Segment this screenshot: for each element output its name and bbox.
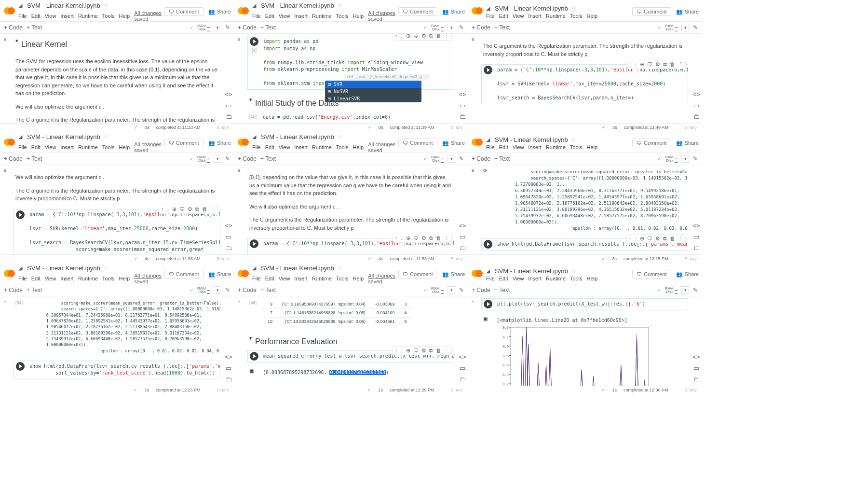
menu-item[interactable]: Insert	[528, 144, 542, 150]
collapse-arrow-icon[interactable]: ▾	[15, 37, 18, 45]
mirror-icon[interactable]: ⧉	[429, 348, 433, 354]
menu-item[interactable]: Runtime	[78, 276, 98, 281]
toc-icon[interactable]: ≡	[238, 299, 241, 305]
add-text-button[interactable]: + Text	[260, 24, 276, 31]
menu-item[interactable]: File	[486, 276, 495, 281]
menu-item[interactable]: Tools	[102, 13, 115, 19]
add-code-button[interactable]: + Code	[4, 287, 23, 293]
settings-icon[interactable]: ⚙	[421, 348, 426, 354]
terminal-icon[interactable]: ▭	[226, 102, 231, 109]
menu-item[interactable]: File	[252, 276, 261, 281]
more-icon[interactable]: ⋮	[444, 34, 449, 39]
menu-item[interactable]: File	[18, 144, 27, 150]
terminal-icon[interactable]: ▭	[693, 233, 699, 240]
runtime-menu[interactable]: ▾	[681, 286, 689, 294]
files-icon[interactable]: 🗀	[226, 244, 232, 251]
runtime-menu[interactable]: ▾	[448, 286, 455, 294]
connect-status[interactable]: ✓	[658, 157, 661, 161]
comment-button[interactable]: 🗨Comment	[398, 7, 437, 16]
menu-item[interactable]: Insert	[294, 144, 308, 150]
edit-mode-icon[interactable]: ✎	[225, 24, 230, 31]
comment-button[interactable]: 🗨Comment	[632, 270, 671, 279]
star-icon[interactable]: ☆	[103, 2, 108, 9]
menu-item[interactable]: File	[18, 276, 27, 281]
menu-item[interactable]: Insert	[528, 276, 542, 281]
ram-disk-indicator[interactable]: RAM ▁Disk ▁	[665, 24, 678, 31]
ram-disk-indicator[interactable]: RAM ▁Disk ▁	[197, 24, 210, 31]
star-icon[interactable]: ☆	[103, 133, 108, 140]
menu-item[interactable]: View	[513, 276, 524, 281]
collapse-arrow-icon[interactable]: ▾	[249, 96, 252, 111]
edit-mode-icon[interactable]: ✎	[459, 24, 464, 31]
code-snippets-icon[interactable]: <>	[225, 353, 232, 361]
more-icon[interactable]: ⋮	[678, 61, 683, 68]
menu-item[interactable]: Help	[353, 144, 364, 150]
comment-button[interactable]: 🗨Comment	[398, 139, 437, 147]
star-icon[interactable]: ☆	[337, 133, 342, 140]
star-icon[interactable]: ☆	[337, 265, 342, 271]
edit-mode-icon[interactable]: ✎	[459, 155, 464, 162]
share-button[interactable]: 👥Share	[676, 271, 699, 278]
comment-button[interactable]: 🗨Comment	[164, 270, 203, 279]
delete-cell-icon[interactable]: 🗑	[202, 206, 207, 212]
code-snippets-icon[interactable]: <>	[225, 222, 232, 229]
cell-toolbar[interactable]: ↑↓⊕🗨⚙⧉🗑⋮	[626, 60, 686, 69]
menu-item[interactable]: Runtime	[546, 144, 566, 150]
code-cell[interactable]: ↑↓⊕🗨⚙⧉🗑⋮ show_html(pd.DataFrame(lsvr_sea…	[481, 238, 688, 251]
menu-item[interactable]: Help	[353, 13, 364, 19]
code-cell[interactable]: ↑↓⊕🗨⚙⧉🗑⋮ mean_squared_error(y_test_w,lsv…	[247, 350, 454, 363]
add-text-button[interactable]: + Text	[494, 24, 510, 31]
terminal-icon[interactable]: ▭	[693, 102, 699, 109]
connect-status[interactable]: ✓	[658, 288, 661, 293]
menu-item[interactable]: View	[45, 276, 56, 281]
runtime-menu[interactable]: ▾	[214, 24, 221, 31]
add-code-button[interactable]: + Code	[4, 155, 23, 162]
toc-icon[interactable]: ≡	[4, 37, 7, 42]
share-button[interactable]: 👥Share	[676, 140, 699, 146]
link-icon[interactable]: ⊕	[640, 61, 644, 68]
menu-item[interactable]: Edit	[265, 13, 274, 19]
comment-cell-icon[interactable]: 🗨	[413, 348, 419, 354]
notebook-title[interactable]: SVM - Linear Kernel.ipynb	[495, 267, 568, 275]
move-up-icon[interactable]: ↑	[629, 236, 632, 242]
link-icon[interactable]: ⊕	[406, 348, 410, 354]
settings-icon[interactable]: ⚙	[421, 235, 426, 241]
menu-item[interactable]: Help	[587, 13, 598, 19]
menu-item[interactable]: View	[279, 144, 290, 150]
files-icon[interactable]: 🗀	[460, 376, 466, 383]
menu-item[interactable]: Runtime	[546, 13, 566, 19]
settings-icon[interactable]: ⚙	[655, 236, 660, 242]
ram-disk-indicator[interactable]: RAM ▁Disk ▁	[665, 287, 678, 293]
cell-toolbar[interactable]: ↑↓⊕🗨⚙⧉🗑⋮	[393, 346, 452, 355]
menu-item[interactable]: Insert	[294, 276, 308, 281]
code-editor[interactable]: param = {'C':10**np.linspace(-3,3,101),'…	[27, 209, 220, 255]
cell-toolbar[interactable]: ↑↓⊕🗨⚙⧉🗑⋮	[393, 234, 452, 243]
star-icon[interactable]: ☆	[103, 265, 108, 271]
collapse-arrow-icon[interactable]: ▾	[249, 334, 252, 349]
comment-cell-icon[interactable]: 🗨	[647, 61, 652, 68]
toc-icon[interactable]: ≡	[238, 168, 241, 173]
runtime-menu[interactable]: ▾	[681, 155, 689, 163]
add-code-button[interactable]: + Code	[238, 287, 257, 293]
autocomplete-option[interactable]: ⊞NuSVR	[325, 88, 421, 95]
files-icon[interactable]: 🗀	[226, 113, 232, 120]
menu-item[interactable]: Tools	[336, 13, 349, 19]
delete-cell-icon[interactable]: 🗑	[436, 34, 441, 39]
run-cell-button[interactable]	[16, 362, 25, 371]
cell-toolbar[interactable]: ↑↓⊕🗨⚙⧉🗑⋮	[626, 234, 686, 243]
ram-disk-indicator[interactable]: RAM ▁Disk ▁	[665, 155, 678, 162]
menu-item[interactable]: File	[486, 13, 495, 19]
cell-toolbar[interactable]: ↑↓⊕🗨⚙⧉🗑⋮	[393, 34, 452, 41]
notebook-title[interactable]: SVM - Linear Kernel.ipynb	[27, 133, 100, 140]
menu-item[interactable]: Insert	[60, 13, 74, 19]
runtime-menu[interactable]: ▾	[214, 155, 221, 163]
move-up-icon[interactable]: ↑	[395, 235, 398, 241]
toc-icon[interactable]: ≡	[472, 168, 475, 173]
menu-item[interactable]: File	[252, 144, 261, 150]
ram-disk-indicator[interactable]: RAM ▁Disk ▁	[431, 24, 444, 31]
code-cell[interactable]: [15] data = pd.read_csv('Energy.csv',ind…	[247, 112, 454, 124]
output-indicator-icon[interactable]: ⟳	[483, 168, 487, 173]
menu-item[interactable]: Help	[587, 276, 598, 281]
runtime-menu[interactable]: ▾	[448, 155, 455, 163]
edit-mode-icon[interactable]: ✎	[225, 287, 230, 293]
